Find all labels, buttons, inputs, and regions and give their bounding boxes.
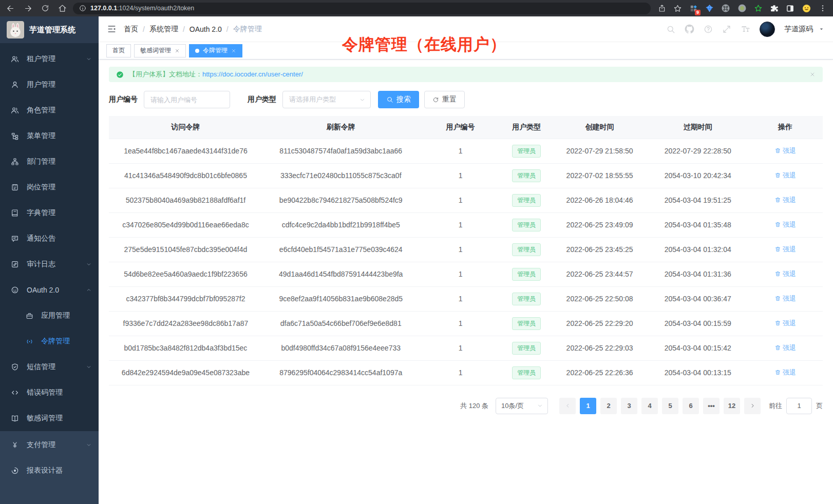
sidebar-item-label: 菜单管理 xyxy=(27,131,55,141)
extension-puzzle-icon[interactable] xyxy=(770,4,779,13)
page-ellipsis-button[interactable]: ••• xyxy=(703,398,720,414)
user-type-badge: 管理员 xyxy=(512,243,541,256)
profile-emoji-icon[interactable] xyxy=(802,4,811,13)
sidebar-item-role[interactable]: 角色管理 xyxy=(0,98,99,123)
cell-user-id: 1 xyxy=(420,237,502,262)
app-logo-bar[interactable]: 芋道管理系统 xyxy=(0,16,99,43)
force-logout-button[interactable]: 强退 xyxy=(774,319,796,328)
goto-page-input[interactable] xyxy=(786,398,812,414)
tab-close-icon[interactable] xyxy=(175,48,180,53)
page-button-1[interactable]: 1 xyxy=(580,398,596,414)
sidebar-item-oauth2-app[interactable]: 应用管理 xyxy=(0,303,99,328)
sidebar-item-tenant[interactable]: 租户管理 xyxy=(0,46,99,72)
extension-sidepanel-icon[interactable] xyxy=(786,4,794,13)
sidebar-item-errcode[interactable]: 错误码管理 xyxy=(0,380,99,405)
help-icon[interactable] xyxy=(704,25,713,34)
briefcase-icon xyxy=(25,312,34,320)
force-logout-button[interactable]: 强退 xyxy=(774,146,796,156)
page-button-4[interactable]: 4 xyxy=(641,398,658,414)
user-avatar[interactable] xyxy=(760,22,775,37)
browser-menu-icon[interactable] xyxy=(819,4,827,12)
edit-square-icon xyxy=(10,260,20,268)
bookmark-star-icon[interactable] xyxy=(673,4,682,13)
page-button-3[interactable]: 3 xyxy=(621,398,637,414)
sidebar-item-user[interactable]: 用户管理 xyxy=(0,72,99,98)
prev-page-button[interactable] xyxy=(559,398,576,414)
tab-close-icon[interactable] xyxy=(231,48,236,53)
cell-created-time: 2022-06-25 22:26:36 xyxy=(552,360,648,385)
sidebar-item-oauth2-token[interactable]: 令牌管理 xyxy=(0,328,99,354)
breadcrumb-system[interactable]: 系统管理 xyxy=(149,25,178,34)
sidebar-item-pay[interactable]: 支付管理 xyxy=(0,432,99,458)
fullscreen-icon[interactable] xyxy=(722,25,731,34)
sidebar-item-audit[interactable]: 审计日志 xyxy=(0,251,99,277)
force-logout-button[interactable]: 强退 xyxy=(774,171,796,180)
extension-cmd-icon[interactable] xyxy=(721,4,730,13)
cell-created-time: 2022-06-25 23:44:57 xyxy=(552,262,648,286)
next-page-button[interactable] xyxy=(744,398,761,414)
force-logout-button[interactable]: 强退 xyxy=(774,343,796,353)
user-type-badge: 管理员 xyxy=(512,219,541,231)
annotation-title: 令牌管理（在线用户） xyxy=(342,34,506,55)
sidebar-item-sensitive-word[interactable]: 敏感词管理 xyxy=(0,405,99,431)
sidebar-item-label: 部门管理 xyxy=(27,157,55,166)
forward-icon[interactable] xyxy=(24,4,32,13)
extension-record-icon[interactable] xyxy=(737,4,747,13)
force-logout-button[interactable]: 强退 xyxy=(774,196,796,205)
page-size-select[interactable]: 10条/页 xyxy=(496,398,548,414)
cell-access-token: 41c41346a548490f9dc8b01c6bfe0865 xyxy=(109,163,262,188)
home-icon[interactable] xyxy=(58,4,67,13)
table-body: 1ea5e44f8bc1467aaede43144f31de76811c5304… xyxy=(109,139,823,385)
broadcast-icon xyxy=(25,338,34,345)
page-button-5[interactable]: 5 xyxy=(662,398,678,414)
url-text[interactable]: 127.0.0.1:1024/system/oauth2/token xyxy=(90,5,194,12)
check-circle-icon xyxy=(116,71,124,79)
info-icon[interactable] xyxy=(79,5,86,12)
force-logout-button[interactable]: 强退 xyxy=(774,245,796,254)
sidebar-item-report[interactable]: 报表设计器 xyxy=(0,458,99,483)
page-button-6[interactable]: 6 xyxy=(683,398,699,414)
search-button[interactable]: 搜索 xyxy=(378,91,419,108)
page-button-12[interactable]: 12 xyxy=(724,398,740,414)
github-icon[interactable] xyxy=(685,24,694,34)
extension-star-icon[interactable] xyxy=(754,4,763,13)
breadcrumb-home[interactable]: 首页 xyxy=(124,25,138,34)
page-button-2[interactable]: 2 xyxy=(600,398,617,414)
sidebar-item-notice[interactable]: 通知公告 xyxy=(0,226,99,251)
sidebar-item-oauth2[interactable]: OAuth 2.0 xyxy=(0,277,99,303)
sidebar-item-sms[interactable]: 短信管理 xyxy=(0,354,99,380)
force-logout-button[interactable]: 强退 xyxy=(774,368,796,377)
sidebar-item-menu[interactable]: 菜单管理 xyxy=(0,123,99,149)
address-bar[interactable]: 127.0.0.1:1024/system/oauth2/token xyxy=(73,3,651,14)
reset-button[interactable]: 重置 xyxy=(424,91,465,108)
user-name[interactable]: 芋道源码 xyxy=(784,25,813,34)
force-logout-button[interactable]: 强退 xyxy=(774,269,796,279)
cell-access-token: 54d6be82ee5a460a9aedc1f9bf223656 xyxy=(109,262,262,286)
force-logout-button[interactable]: 强退 xyxy=(774,294,796,303)
font-size-icon[interactable] xyxy=(741,24,750,34)
table-row: 275e5de9151045fe87cbdc395e004f4de6cfd40e… xyxy=(109,237,823,262)
doc-link[interactable]: https://doc.iocoder.cn/user-center/ xyxy=(202,70,303,78)
back-icon[interactable] xyxy=(6,4,15,13)
sidebar-item-dept[interactable]: 部门管理 xyxy=(0,149,99,175)
reload-icon[interactable] xyxy=(41,4,49,12)
table-row: 1ea5e44f8bc1467aaede43144f31de76811c5304… xyxy=(109,139,823,163)
breadcrumb-oauth2[interactable]: OAuth 2.0 xyxy=(190,25,222,33)
user-id-input[interactable] xyxy=(144,91,230,108)
alert-close-icon[interactable] xyxy=(809,71,816,77)
tab-1[interactable]: 敏感词管理 xyxy=(134,44,186,57)
extension-gem-icon[interactable] xyxy=(705,4,714,13)
sidebar-item-post[interactable]: 岗位管理 xyxy=(0,175,99,200)
collapse-sidebar-icon[interactable] xyxy=(107,24,117,34)
tab-2[interactable]: 令牌管理 xyxy=(189,44,242,57)
search-icon[interactable] xyxy=(666,25,675,34)
caret-down-icon[interactable] xyxy=(818,26,825,32)
share-icon[interactable] xyxy=(658,4,666,12)
tab-0[interactable]: 首页 xyxy=(106,44,131,57)
sidebar-item-dict[interactable]: 字典管理 xyxy=(0,200,99,226)
book-icon xyxy=(10,209,20,217)
user-type-select[interactable]: 请选择用户类型 xyxy=(282,91,371,108)
force-logout-button[interactable]: 强退 xyxy=(774,220,796,229)
extension-grid-icon[interactable]: 9 xyxy=(689,4,698,13)
tab-label: 敏感词管理 xyxy=(140,46,171,55)
